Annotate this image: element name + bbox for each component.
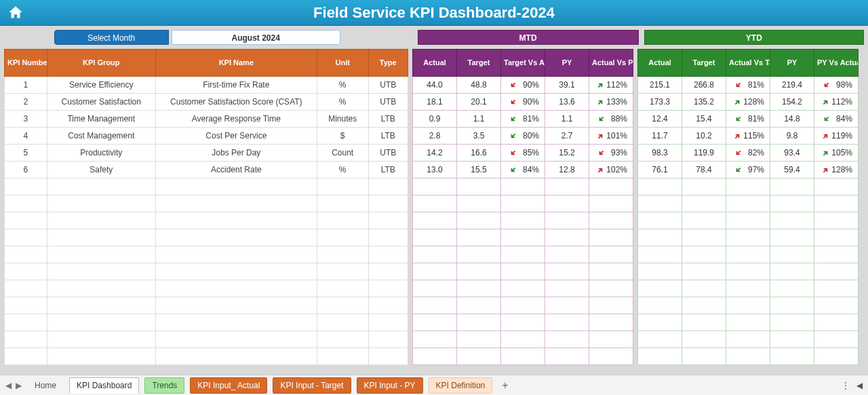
table-row[interactable]	[638, 229, 859, 246]
sheet-nav[interactable]: ◀ ▶	[5, 381, 22, 390]
trend-arrow-icon	[509, 149, 517, 157]
table-row[interactable]	[638, 280, 859, 297]
pct-value: 90%	[519, 80, 539, 90]
table-row[interactable]: 6 Safety Accident Rate % LTB	[5, 162, 408, 178]
table-row[interactable]: 98.3 119.9 82% 93.4 105%	[638, 145, 859, 162]
table-row[interactable]: 13.0 15.5 84% 12.8 102%	[413, 162, 633, 178]
cell-kpi-number: 6	[5, 162, 47, 178]
table-row[interactable]	[413, 178, 633, 195]
table-row[interactable]	[5, 263, 408, 280]
cell-ytd-py: 93.4	[770, 145, 814, 162]
table-row[interactable]	[638, 195, 859, 212]
table-row[interactable]: 11.7 10.2 115% 9.8 119%	[638, 128, 859, 145]
cell-ytd-pva: 98%	[814, 77, 859, 94]
table-row[interactable]: 215.1 266.8 81% 219.4 98%	[638, 77, 859, 94]
controls-row: Select Month August 2024 MTD YTD	[0, 26, 868, 49]
table-row[interactable]	[413, 263, 633, 280]
table-row[interactable]: 1 Service Efficiency First-time Fix Rate…	[5, 77, 408, 94]
month-selector[interactable]: August 2024	[172, 30, 340, 45]
table-row[interactable]	[5, 314, 408, 331]
table-row[interactable]	[638, 178, 859, 195]
table-row[interactable]: 5 Productivity Jobs Per Day Count UTB	[5, 145, 408, 162]
table-row[interactable]	[638, 297, 859, 314]
home-icon[interactable]	[5, 3, 26, 23]
col-type: Type	[368, 50, 408, 77]
nav-next-icon[interactable]: ▶	[16, 381, 22, 390]
cell-kpi-group: Time Management	[47, 111, 155, 128]
cell-kpi-group: Service Efficiency	[47, 77, 155, 94]
collapse-icon[interactable]: ◀	[856, 381, 863, 390]
more-options-icon[interactable]: ⋮	[842, 381, 850, 390]
table-row[interactable]	[5, 331, 408, 348]
pct-value: 102%	[606, 165, 627, 174]
table-row[interactable]: 18.1 20.1 90% 13.6 133%	[413, 94, 633, 111]
table-row[interactable]: 0.9 1.1 81% 1.1 88%	[413, 111, 633, 128]
table-row[interactable]	[413, 246, 633, 263]
table-row[interactable]: 76.1 78.4 97% 59.4 128%	[638, 162, 859, 178]
table-row[interactable]	[5, 280, 408, 297]
tab-trends[interactable]: Trends	[144, 377, 184, 394]
table-row[interactable]	[638, 263, 859, 280]
cell-unit: $	[317, 128, 368, 145]
table-row[interactable]	[413, 314, 633, 331]
table-row[interactable]: 2 Customer Satisfaction Customer Satisfa…	[5, 94, 408, 111]
table-row[interactable]	[413, 280, 633, 297]
table-row[interactable]: 44.0 48.8 90% 39.1 112%	[413, 77, 633, 94]
table-row[interactable]	[638, 348, 859, 365]
table-row[interactable]	[5, 297, 408, 314]
tab-home[interactable]: Home	[27, 377, 64, 394]
table-row[interactable]	[413, 297, 633, 314]
tab-input-actual[interactable]: KPI Input_ Actual	[190, 377, 267, 394]
cell-kpi-group: Customer Satisfaction	[47, 94, 155, 111]
table-row[interactable]	[413, 195, 633, 212]
cell-type: LTB	[368, 162, 408, 178]
nav-prev-icon[interactable]: ◀	[5, 381, 12, 390]
trend-arrow-icon	[734, 166, 742, 174]
table-row[interactable]	[5, 195, 408, 212]
table-row[interactable]	[413, 348, 633, 365]
table-row[interactable]: 3 Time Management Average Response Time …	[5, 111, 408, 128]
table-row[interactable]: 4 Cost Management Cost Per Service $ LTB	[5, 128, 408, 145]
table-row[interactable]	[638, 246, 859, 263]
pct-value: 128%	[743, 97, 764, 107]
table-row[interactable]	[5, 229, 408, 246]
cell-ytd-avt: 81%	[726, 77, 770, 94]
table-row[interactable]: 173.3 135.2 128% 154.2 112%	[638, 94, 859, 111]
cell-mtd-py: 12.8	[545, 162, 589, 178]
add-sheet-button[interactable]: +	[498, 379, 512, 392]
pct-value: 81%	[519, 114, 539, 124]
col-ytd-avt: Actual Vs Target	[726, 50, 770, 77]
trend-arrow-icon	[734, 81, 742, 89]
cell-kpi-group: Productivity	[47, 145, 155, 162]
cell-ytd-py: 154.2	[770, 94, 814, 111]
trend-arrow-icon	[822, 132, 829, 140]
trend-arrow-icon	[597, 149, 605, 157]
table-row[interactable]: 12.4 15.4 81% 14.8 84%	[638, 111, 859, 128]
col-mtd-avp: Actual Vs PY	[589, 50, 633, 77]
cell-ytd-avt: 81%	[726, 111, 770, 128]
cell-ytd-pva: 112%	[814, 94, 859, 111]
trend-arrow-icon	[822, 166, 829, 174]
table-row[interactable]	[413, 229, 633, 246]
table-row[interactable]	[638, 331, 859, 348]
col-ytd-py: PY	[770, 50, 814, 77]
table-row[interactable]	[5, 212, 408, 229]
table-row[interactable]	[413, 331, 633, 348]
table-row[interactable]: 2.8 3.5 80% 2.7 101%	[413, 128, 633, 145]
tab-kpi-definition[interactable]: KPI Definition	[429, 377, 493, 394]
cell-ytd-avt: 82%	[726, 145, 770, 162]
tab-input-py[interactable]: KPI Input - PY	[357, 377, 423, 394]
table-row[interactable]	[638, 212, 859, 229]
trend-arrow-icon	[597, 115, 605, 123]
table-row[interactable]	[5, 178, 408, 195]
table-row[interactable]	[5, 246, 408, 263]
trend-arrow-icon	[823, 115, 830, 123]
table-row[interactable]	[5, 348, 408, 365]
table-row[interactable]: 14.2 16.6 85% 15.2 93%	[413, 145, 633, 162]
tab-kpi-dashboard[interactable]: KPI Dashboard	[69, 377, 139, 394]
col-ytd-pva: PY Vs Actual	[814, 50, 859, 77]
table-row[interactable]	[638, 314, 859, 331]
tab-input-target[interactable]: KPI Input - Target	[273, 377, 351, 394]
trend-arrow-icon	[597, 132, 604, 140]
table-row[interactable]	[413, 212, 633, 229]
